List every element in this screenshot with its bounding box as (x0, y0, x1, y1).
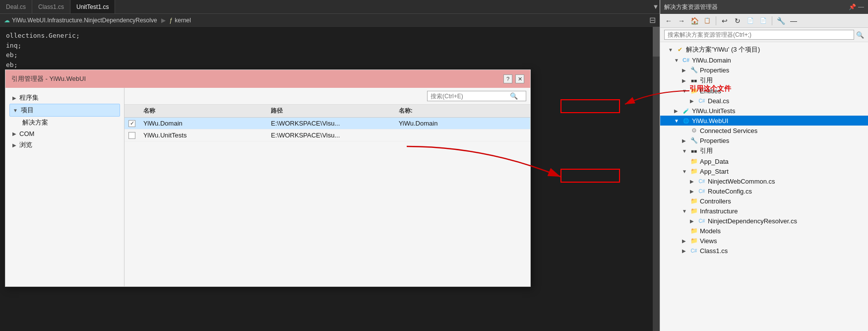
deal-cs-arrow: ▶ (690, 98, 696, 104)
cell-domain-name: YiWu.Domain (143, 120, 271, 127)
tree-projects[interactable]: ▼ 项目 (9, 104, 120, 117)
class1-label: Class1.cs (700, 247, 728, 255)
check-unittests[interactable] (128, 132, 143, 139)
sidebar-pin-btn[interactable]: 📌 (849, 3, 856, 10)
editor-scrollbar[interactable] (653, 27, 660, 331)
unittests-label: YiWu.UnitTests (692, 107, 735, 115)
sidebar-minimize-btn[interactable]: — (858, 3, 864, 10)
tree-assemblies[interactable]: ▶ 程序集 (9, 92, 120, 104)
tree-app-data[interactable]: 📁 App_Data (660, 156, 868, 166)
checkbox-unittests[interactable] (128, 132, 135, 139)
dialog-table: 名称 路径 名称: ✓ YiWu.Domain E:\WORKSPACE\Vis… (124, 105, 530, 286)
col-header-result: 名称: (399, 107, 526, 115)
browse-label: 浏览 (19, 140, 32, 149)
toolbar-back-btn[interactable]: ← (663, 15, 674, 26)
com-label: COM (19, 130, 34, 137)
ninject-common-icon: C# (698, 177, 706, 185)
sidebar-search-icon[interactable]: 🔍 (856, 31, 864, 39)
class1-arrow: ▶ (682, 248, 688, 254)
tree-domain-properties[interactable]: ▶ 🔧 Properties (660, 65, 868, 75)
tree-ninject-common[interactable]: ▶ C# NinjectWebCommon.cs (660, 176, 868, 186)
tab-class1[interactable]: Class1.cs (32, 0, 70, 13)
tree-app-start[interactable]: ▼ 📁 App_Start (660, 166, 868, 176)
com-arrow: ▶ (12, 131, 16, 136)
sidebar-title: 解决方案资源管理器 (664, 3, 718, 11)
cell-domain-result: YiWu.Domain (399, 120, 526, 127)
check-domain[interactable]: ✓ (128, 120, 143, 127)
tree-webui-refs[interactable]: ▼ ■■ 引用 (660, 145, 868, 156)
tree-browse[interactable]: ▶ 浏览 (9, 139, 120, 151)
dialog-search-bar: 🔍 (124, 88, 530, 105)
webui-properties-arrow: ▶ (682, 138, 688, 143)
table-row-domain[interactable]: ✓ YiWu.Domain E:\WORKSPACE\Visu... YiWu.… (124, 118, 530, 130)
tree-com[interactable]: ▶ COM (9, 129, 120, 139)
tab-dropdown-btn[interactable]: ▼ (652, 3, 660, 10)
webui-refs-arrow: ▼ (682, 148, 688, 154)
models-icon: 📁 (690, 227, 698, 235)
route-config-arrow: ▶ (690, 189, 696, 194)
sidebar-search: 🔍 (660, 28, 868, 42)
cell-domain-path: E:\WORKSPACE\Visu... (271, 120, 398, 127)
unittests-arrow: ▶ (674, 108, 680, 114)
dialog-controls: ? ✕ (503, 74, 524, 83)
breadcrumb: ☁ YiWu.WebUI.Infrastructure.NinjectDepen… (4, 17, 191, 24)
dialog-close-btn[interactable]: ✕ (515, 74, 524, 83)
tab-deal[interactable]: Deal.cs (0, 0, 32, 13)
infrastructure-arrow: ▼ (682, 208, 688, 214)
domain-refs-label: 引用 (700, 76, 713, 85)
sidebar: 解决方案资源管理器 📌 — ← → 🏠 📋 ↩ ↻ 📄 📄 🔧 — 🔍 (660, 0, 868, 331)
tree-class1[interactable]: ▶ C# Class1.cs (660, 246, 868, 256)
editor-scrollbar-thumb[interactable] (653, 27, 660, 57)
toolbar-refresh-btn[interactable]: ↻ (732, 15, 743, 26)
tree-webui[interactable]: ▼ 🌐 YiWu.WebUI (660, 116, 868, 126)
tree-domain[interactable]: ▼ C# YiWu.Domain (660, 55, 868, 65)
tree-solution[interactable]: 解决方案 (19, 117, 120, 129)
toolbar-home-btn[interactable]: 🏠 (689, 15, 700, 26)
breadcrumb-item2: kernel (175, 17, 191, 24)
tree-webui-properties[interactable]: ▶ 🔧 Properties (660, 135, 868, 145)
domain-refs-icon: ■■ (690, 76, 698, 84)
projects-arrow: ▼ (13, 108, 18, 113)
toolbar-pending-btn[interactable]: 📋 (702, 15, 713, 26)
checkbox-domain[interactable]: ✓ (128, 120, 135, 127)
toolbar-undo-btn[interactable]: ↩ (719, 15, 730, 26)
sidebar-search-input[interactable] (664, 30, 854, 40)
tree-solution-root[interactable]: ▼ ✔ 解决方案'YiWu' (3 个项目) (660, 44, 868, 55)
table-row-unittests[interactable]: YiWu.UnitTests E:\WORKSPACE\Visu... (124, 130, 530, 141)
webui-properties-label: Properties (700, 137, 729, 144)
tree-controllers[interactable]: 📁 Controllers (660, 196, 868, 206)
tree-connected-services[interactable]: ⚙ Connected Services (660, 126, 868, 135)
tree-views[interactable]: ▶ 📁 Views (660, 236, 868, 246)
tree-entities[interactable]: ▼ 📁 Entities (660, 86, 868, 96)
search-box[interactable]: 🔍 (427, 91, 526, 101)
sidebar-window-controls: 📌 — (849, 3, 864, 10)
tree-unittests[interactable]: ▶ 🧪 YiWu.UnitTests (660, 106, 868, 116)
deal-cs-label: Deal.cs (708, 97, 729, 105)
split-editor-btn[interactable]: ⊟ (649, 15, 656, 25)
webui-icon: 🌐 (682, 117, 690, 125)
search-icon[interactable]: 🔍 (510, 92, 518, 100)
tree-domain-refs[interactable]: ▶ ■■ 引用 (660, 75, 868, 86)
toolbar-paste-btn[interactable]: 📄 (758, 15, 769, 26)
toolbar-collapse-btn[interactable]: — (788, 15, 799, 26)
tree-ninject-resolver[interactable]: ▶ C# NinjectDependencyResolver.cs (660, 216, 868, 226)
dialog-help-btn[interactable]: ? (503, 74, 512, 83)
connected-label: Connected Services (700, 127, 757, 134)
code-line-2: inq; (6, 41, 654, 51)
tree-models[interactable]: 📁 Models (660, 226, 868, 236)
solution-label: 解决方案 (22, 118, 48, 127)
search-input[interactable] (431, 93, 510, 100)
tree-infrastructure[interactable]: ▼ 📁 Infrastructure (660, 206, 868, 216)
tree-route-config[interactable]: ▶ C# RouteConfig.cs (660, 186, 868, 196)
domain-arrow: ▼ (674, 58, 680, 63)
solution-root-label: 解决方案'YiWu' (3 个项目) (686, 45, 760, 54)
tree-deal-cs[interactable]: ▶ C# Deal.cs (660, 96, 868, 106)
assemblies-arrow: ▶ (12, 95, 16, 101)
toolbar-forward-btn[interactable]: → (676, 15, 687, 26)
toolbar-copy-btn[interactable]: 📄 (745, 15, 756, 26)
tree-view: ▼ ✔ 解决方案'YiWu' (3 个项目) ▼ C# YiWu.Domain … (660, 42, 868, 331)
tab-unittest1[interactable]: UnitTest1.cs (70, 0, 115, 13)
dialog-overlay: 引用管理器 - YiWu.WebUI ? ✕ ▶ 程序集 (5, 69, 531, 287)
browse-arrow: ▶ (12, 142, 16, 148)
toolbar-settings-btn[interactable]: 🔧 (775, 15, 786, 26)
